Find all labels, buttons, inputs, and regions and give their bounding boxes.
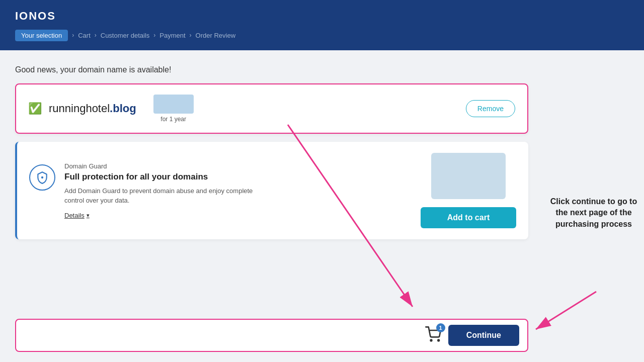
domain-name: runninghotel.blog (49, 102, 136, 115)
breadcrumb-sep-2: › (95, 32, 97, 39)
guard-right: Add to cart (421, 153, 516, 228)
breadcrumb: Your selection › Cart › Customer details… (15, 30, 629, 41)
breadcrumb-cart[interactable]: Cart (78, 32, 91, 39)
breadcrumb-sep-4: › (190, 32, 192, 39)
breadcrumb-sep-1: › (72, 32, 74, 39)
svg-line-6 (536, 292, 596, 329)
annotation-text: Click continue to go to the next page of… (548, 196, 639, 230)
header: IONOS Your selection › Cart › Customer d… (0, 0, 644, 50)
bottom-bar-wrapper: 1 Continue (0, 319, 543, 362)
check-circle-icon: ✅ (28, 102, 42, 115)
guard-title: Full protection for all your domains (64, 172, 406, 182)
svg-point-2 (438, 340, 439, 341)
breadcrumb-sep-3: › (153, 32, 155, 39)
guard-label: Domain Guard (64, 162, 406, 170)
breadcrumb-your-selection[interactable]: Your selection (15, 30, 68, 41)
guard-left: Domain Guard Full protection for all you… (29, 162, 406, 219)
domain-guard-card: Domain Guard Full protection for all you… (15, 142, 528, 239)
domain-left: ✅ runninghotel.blog for 1 year (28, 95, 194, 123)
svg-point-1 (430, 340, 432, 341)
bottom-bar: 1 Continue (15, 319, 528, 352)
cart-badge: 1 (436, 323, 445, 332)
continue-button[interactable]: Continue (448, 325, 519, 346)
cart-icon-wrap: 1 (425, 326, 441, 344)
shield-icon (36, 171, 49, 184)
shield-icon-wrap (29, 164, 55, 191)
domain-card: ✅ runninghotel.blog for 1 year Remove (15, 83, 528, 134)
chevron-down-icon: ▾ (87, 212, 90, 219)
details-link[interactable]: Details ▾ (64, 212, 406, 219)
domain-price-placeholder (153, 95, 194, 114)
ionos-logo: IONOS (15, 10, 629, 23)
breadcrumb-order-review[interactable]: Order Review (196, 32, 235, 39)
breadcrumb-payment[interactable]: Payment (159, 32, 185, 39)
remove-button[interactable]: Remove (466, 100, 515, 117)
add-to-cart-button[interactable]: Add to cart (421, 207, 516, 228)
availability-message: Good news, your domain name is available… (15, 65, 528, 74)
guard-description: Add Domain Guard to prevent domain abuse… (64, 186, 266, 206)
guard-info: Domain Guard Full protection for all you… (64, 162, 406, 219)
main-content: Good news, your domain name is available… (0, 50, 543, 261)
svg-point-0 (41, 176, 43, 178)
guard-price-placeholder (431, 153, 506, 199)
details-label: Details (64, 212, 85, 219)
domain-price-block: for 1 year (153, 95, 194, 123)
for-year-label: for 1 year (160, 116, 186, 123)
breadcrumb-customer-details[interactable]: Customer details (101, 32, 150, 39)
